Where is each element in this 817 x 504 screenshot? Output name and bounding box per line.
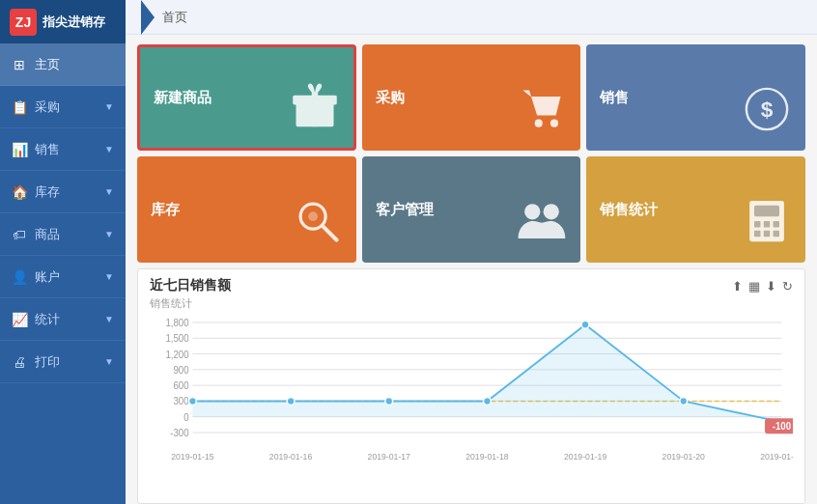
svg-point-45 [287,397,295,405]
svg-point-3 [535,120,543,127]
sidebar-item-label: 主页 [35,56,60,73]
sidebar-item-stats[interactable]: 📈 统计 ▼ [0,298,126,341]
chevron-icon: ▼ [104,186,114,197]
card-inventory[interactable]: 库存 [137,156,356,263]
sidebar-item-label: 统计 [35,311,60,328]
svg-rect-15 [764,221,771,228]
sidebar-item-label: 打印 [35,353,60,371]
sidebar-nav: ⊞ 主页 📋 采购 ▼ 📊 销售 ▼ 🏠 库存 ▼ 🏷 商品 ▼ 👤 账户 [0,43,126,383]
svg-point-4 [550,120,558,127]
svg-point-11 [544,204,559,219]
print-icon: 🖨 [12,354,27,370]
chevron-icon: ▼ [104,101,114,112]
sidebar-item-left: 📈 统计 [12,311,60,328]
sidebar-item-left: ⊞ 主页 [12,56,60,73]
chevron-icon: ▼ [104,229,114,239]
card-label: 销售统计 [600,201,658,219]
sidebar-item-label: 销售 [35,141,60,158]
card-sales-stat[interactable]: 销售统计 [586,156,805,263]
svg-point-44 [189,397,197,405]
sidebar-item-account[interactable]: 👤 账户 ▼ [0,256,126,298]
sidebar-item-sales[interactable]: 📊 销售 ▼ [0,128,126,171]
logo: ZJ 指尖进销存 [0,0,126,43]
card-sales[interactable]: 销售 $ [586,44,805,151]
chevron-icon: ▼ [104,356,114,367]
svg-text:$: $ [761,97,774,122]
card-customer[interactable]: 客户管理 [362,156,581,263]
svg-point-51 [680,397,688,405]
breadcrumb: 首页 [126,0,817,35]
logo-icon: ZJ [10,9,37,36]
chart-action-2[interactable]: ⬇ [766,279,776,294]
sidebar-item-left: 📋 采购 [12,98,60,116]
svg-text:2019-01-17: 2019-01-17 [368,452,410,462]
svg-rect-18 [764,231,771,238]
chevron-icon: ▼ [104,314,114,324]
chart-svg: -30003006009001,2001,5001,8002019-01-152… [150,313,793,467]
chart-section: 近七日销售额 ⬆▦⬇↻ 销售统计 -30003006009001,2001,50… [137,268,805,504]
cart-icon [517,84,567,143]
sidebar-item-label: 商品 [35,226,60,243]
card-label: 新建商品 [154,89,211,107]
svg-text:600: 600 [173,380,189,391]
card-purchase[interactable]: 采购 [362,44,581,151]
dashboard-cards: 新建商品 采购 销售 $ 库存 客户管理 销售统计 [126,35,817,268]
goods-icon: 🏷 [12,227,27,242]
svg-text:2019-01-16: 2019-01-16 [269,452,312,462]
svg-point-48 [581,321,589,328]
sidebar-item-goods[interactable]: 🏷 商品 ▼ [0,213,126,256]
chart-actions: ⬆▦⬇↻ [732,279,793,294]
card-label: 库存 [151,201,180,219]
breadcrumb-label: 首页 [162,9,187,26]
sidebar-item-left: 🏷 商品 [12,226,60,243]
card-label: 销售 [600,89,629,107]
svg-rect-17 [754,231,761,238]
breadcrumb-arrow [141,0,155,35]
sidebar-item-label: 账户 [35,268,60,286]
chart-subtitle: 销售统计 [150,296,793,311]
svg-text:2019-01-20: 2019-01-20 [662,452,705,462]
svg-point-46 [385,397,393,405]
card-label: 客户管理 [376,201,434,219]
svg-point-10 [524,204,540,219]
chart-action-0[interactable]: ⬆ [732,279,743,294]
svg-rect-2 [311,92,318,126]
home-icon: ⊞ [12,57,27,72]
svg-rect-16 [774,221,780,228]
svg-text:1,200: 1,200 [165,349,189,359]
chart-action-3[interactable]: ↻ [782,279,793,294]
people-icon [517,196,567,255]
sidebar-item-left: 🖨 打印 [12,353,60,371]
chevron-icon: ▼ [104,144,114,154]
sidebar-item-print[interactable]: 🖨 打印 ▼ [0,341,126,383]
chevron-icon: ▼ [104,271,114,282]
chart-header: 近七日销售额 ⬆▦⬇↻ [150,277,793,294]
svg-rect-19 [774,231,780,238]
sidebar-item-inventory[interactable]: 🏠 库存 ▼ [0,171,126,213]
svg-line-8 [323,226,337,240]
sidebar-item-home[interactable]: ⊞ 主页 [0,43,126,86]
svg-text:1,500: 1,500 [165,333,189,344]
chart-title: 近七日销售额 [150,277,231,294]
card-label: 采购 [376,89,405,107]
sales-icon: 📊 [12,142,27,157]
svg-text:-100: -100 [773,421,792,432]
calc-icon [742,196,792,255]
sidebar-item-left: 📊 销售 [12,141,60,158]
chart-action-1[interactable]: ▦ [748,279,760,294]
card-new-product[interactable]: 新建商品 [137,44,356,151]
svg-text:2019-01-19: 2019-01-19 [564,452,606,462]
main-content: 首页 新建商品 采购 销售 $ 库存 客户管理 销售统计 近七日销售额 ⬆▦⬇↻… [126,0,817,504]
sidebar-item-purchase[interactable]: 📋 采购 ▼ [0,86,126,128]
svg-text:300: 300 [173,396,189,406]
sidebar-item-left: 🏠 库存 [12,183,60,201]
svg-text:2019-01-18: 2019-01-18 [465,452,508,462]
svg-text:-300: -300 [170,428,189,438]
sidebar-item-label: 库存 [35,183,60,201]
svg-text:2019-01-21: 2019-01-21 [760,452,793,462]
svg-text:0: 0 [183,412,189,423]
sidebar: ZJ 指尖进销存 ⊞ 主页 📋 采购 ▼ 📊 销售 ▼ 🏠 库存 ▼ 🏷 商品 [0,0,126,504]
logo-text: 指尖进销存 [42,14,105,31]
stats-icon: 📈 [12,312,27,327]
inventory-icon: 🏠 [12,184,27,200]
